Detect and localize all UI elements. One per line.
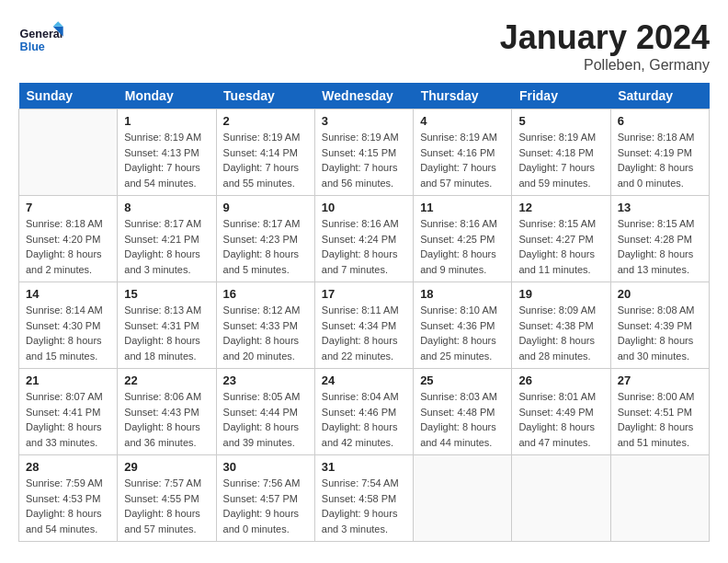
- daylight-text: Daylight: 8 hours and 25 minutes.: [420, 335, 496, 362]
- calendar-cell: 14 Sunrise: 8:14 AM Sunset: 4:30 PM Dayl…: [19, 282, 118, 369]
- title-block: January 2024 Polleben, Germany: [500, 18, 710, 74]
- calendar-cell: [610, 455, 709, 542]
- header-wednesday: Wednesday: [314, 83, 413, 109]
- day-number: 30: [223, 460, 308, 474]
- sunset-text: Sunset: 4:15 PM: [322, 147, 396, 158]
- sunset-text: Sunset: 4:25 PM: [420, 234, 495, 245]
- daylight-text: Daylight: 7 hours and 54 minutes.: [124, 162, 200, 189]
- sunrise-text: Sunrise: 8:17 AM: [124, 218, 201, 229]
- daylight-text: Daylight: 8 hours and 22 minutes.: [322, 335, 398, 362]
- sunrise-text: Sunrise: 8:13 AM: [124, 304, 201, 316]
- calendar-header-row: Sunday Monday Tuesday Wednesday Thursday…: [19, 83, 710, 109]
- day-number: 19: [518, 287, 603, 301]
- cell-info: Sunrise: 7:59 AM Sunset: 4:53 PM Dayligh…: [26, 476, 110, 536]
- day-number: 27: [618, 373, 702, 387]
- sunset-text: Sunset: 4:18 PM: [518, 147, 593, 158]
- cell-info: Sunrise: 8:00 AM Sunset: 4:51 PM Dayligh…: [618, 389, 702, 450]
- cell-info: Sunrise: 8:15 AM Sunset: 4:28 PM Dayligh…: [618, 216, 702, 277]
- svg-marker-3: [53, 21, 63, 27]
- sunset-text: Sunset: 4:16 PM: [420, 147, 495, 158]
- day-number: 3: [322, 114, 406, 128]
- sunrise-text: Sunrise: 8:19 AM: [518, 132, 596, 143]
- day-number: 16: [223, 287, 308, 301]
- day-number: 7: [26, 201, 110, 214]
- cell-info: Sunrise: 8:18 AM Sunset: 4:20 PM Dayligh…: [26, 216, 110, 277]
- cell-info: Sunrise: 7:57 AM Sunset: 4:55 PM Dayligh…: [124, 476, 209, 536]
- daylight-text: Daylight: 8 hours and 7 minutes.: [322, 248, 398, 275]
- sunset-text: Sunset: 4:30 PM: [26, 320, 100, 331]
- sunset-text: Sunset: 4:49 PM: [518, 407, 593, 418]
- header-monday: Monday: [118, 83, 216, 109]
- sunset-text: Sunset: 4:38 PM: [518, 320, 593, 331]
- calendar-cell: 1 Sunrise: 8:19 AM Sunset: 4:13 PM Dayli…: [118, 109, 216, 196]
- calendar-cell: 20 Sunrise: 8:08 AM Sunset: 4:39 PM Dayl…: [610, 282, 709, 369]
- sunrise-text: Sunrise: 8:11 AM: [322, 304, 399, 316]
- cell-info: Sunrise: 8:15 AM Sunset: 4:27 PM Dayligh…: [518, 216, 603, 277]
- daylight-text: Daylight: 8 hours and 44 minutes.: [420, 421, 496, 448]
- sunset-text: Sunset: 4:57 PM: [223, 493, 298, 504]
- sunrise-text: Sunrise: 8:03 AM: [420, 391, 497, 402]
- sunset-text: Sunset: 4:28 PM: [618, 234, 692, 245]
- cell-info: Sunrise: 8:10 AM Sunset: 4:36 PM Dayligh…: [420, 303, 505, 363]
- daylight-text: Daylight: 8 hours and 28 minutes.: [518, 335, 595, 362]
- location: Polleben, Germany: [500, 57, 710, 74]
- day-number: 29: [124, 460, 209, 474]
- sunset-text: Sunset: 4:20 PM: [26, 234, 100, 245]
- page-container: General Blue January 2024 Polleben, Germ…: [18, 18, 710, 542]
- cell-info: Sunrise: 8:03 AM Sunset: 4:48 PM Dayligh…: [420, 389, 505, 450]
- daylight-text: Daylight: 7 hours and 57 minutes.: [420, 162, 496, 189]
- day-number: 2: [223, 114, 308, 128]
- calendar-cell: 8 Sunrise: 8:17 AM Sunset: 4:21 PM Dayli…: [118, 196, 216, 282]
- calendar-cell: 15 Sunrise: 8:13 AM Sunset: 4:31 PM Dayl…: [118, 282, 216, 369]
- sunset-text: Sunset: 4:33 PM: [223, 320, 298, 331]
- calendar-cell: 13 Sunrise: 8:15 AM Sunset: 4:28 PM Dayl…: [610, 196, 709, 282]
- day-number: 11: [420, 201, 505, 214]
- day-number: 10: [322, 201, 406, 214]
- calendar-cell: [19, 109, 118, 196]
- cell-info: Sunrise: 8:19 AM Sunset: 4:16 PM Dayligh…: [420, 130, 505, 190]
- daylight-text: Daylight: 9 hours and 0 minutes.: [223, 508, 300, 534]
- header-tuesday: Tuesday: [216, 83, 314, 109]
- day-number: 28: [26, 460, 110, 474]
- sunrise-text: Sunrise: 8:16 AM: [322, 218, 399, 229]
- day-number: 22: [124, 373, 209, 387]
- day-number: 14: [26, 287, 110, 301]
- daylight-text: Daylight: 8 hours and 9 minutes.: [420, 248, 496, 275]
- sunrise-text: Sunrise: 8:08 AM: [618, 304, 695, 316]
- calendar-cell: 27 Sunrise: 8:00 AM Sunset: 4:51 PM Dayl…: [610, 369, 709, 455]
- calendar-cell: 2 Sunrise: 8:19 AM Sunset: 4:14 PM Dayli…: [216, 109, 314, 196]
- day-number: 15: [124, 287, 209, 301]
- calendar-cell: [414, 455, 512, 542]
- sunset-text: Sunset: 4:46 PM: [322, 407, 396, 418]
- sunrise-text: Sunrise: 7:59 AM: [26, 477, 103, 488]
- svg-text:Blue: Blue: [20, 40, 45, 53]
- cell-info: Sunrise: 8:18 AM Sunset: 4:19 PM Dayligh…: [618, 130, 702, 190]
- cell-info: Sunrise: 8:06 AM Sunset: 4:43 PM Dayligh…: [124, 389, 209, 450]
- cell-info: Sunrise: 8:08 AM Sunset: 4:39 PM Dayligh…: [618, 303, 702, 363]
- sunrise-text: Sunrise: 8:19 AM: [124, 132, 201, 143]
- daylight-text: Daylight: 8 hours and 42 minutes.: [322, 421, 398, 448]
- header-thursday: Thursday: [414, 83, 512, 109]
- daylight-text: Daylight: 7 hours and 56 minutes.: [322, 162, 398, 189]
- cell-info: Sunrise: 8:19 AM Sunset: 4:15 PM Dayligh…: [322, 130, 406, 190]
- cell-info: Sunrise: 8:04 AM Sunset: 4:46 PM Dayligh…: [322, 389, 406, 450]
- calendar-cell: 26 Sunrise: 8:01 AM Sunset: 4:49 PM Dayl…: [512, 369, 610, 455]
- sunrise-text: Sunrise: 8:15 AM: [518, 218, 596, 229]
- calendar-cell: 28 Sunrise: 7:59 AM Sunset: 4:53 PM Dayl…: [19, 455, 118, 542]
- day-number: 31: [322, 460, 406, 474]
- cell-info: Sunrise: 8:19 AM Sunset: 4:18 PM Dayligh…: [518, 130, 603, 190]
- sunset-text: Sunset: 4:58 PM: [322, 493, 396, 504]
- svg-text:General: General: [20, 28, 63, 40]
- daylight-text: Daylight: 8 hours and 2 minutes.: [26, 248, 102, 275]
- daylight-text: Daylight: 8 hours and 15 minutes.: [26, 335, 102, 362]
- sunset-text: Sunset: 4:41 PM: [26, 407, 100, 418]
- header-friday: Friday: [512, 83, 610, 109]
- sunrise-text: Sunrise: 8:19 AM: [223, 132, 301, 143]
- cell-info: Sunrise: 8:07 AM Sunset: 4:41 PM Dayligh…: [26, 389, 110, 450]
- week-row-5: 28 Sunrise: 7:59 AM Sunset: 4:53 PM Dayl…: [19, 455, 710, 542]
- cell-info: Sunrise: 8:17 AM Sunset: 4:21 PM Dayligh…: [124, 216, 209, 277]
- daylight-text: Daylight: 8 hours and 33 minutes.: [26, 421, 102, 448]
- sunset-text: Sunset: 4:39 PM: [618, 320, 692, 331]
- cell-info: Sunrise: 8:19 AM Sunset: 4:14 PM Dayligh…: [223, 130, 308, 190]
- day-number: 1: [124, 114, 209, 128]
